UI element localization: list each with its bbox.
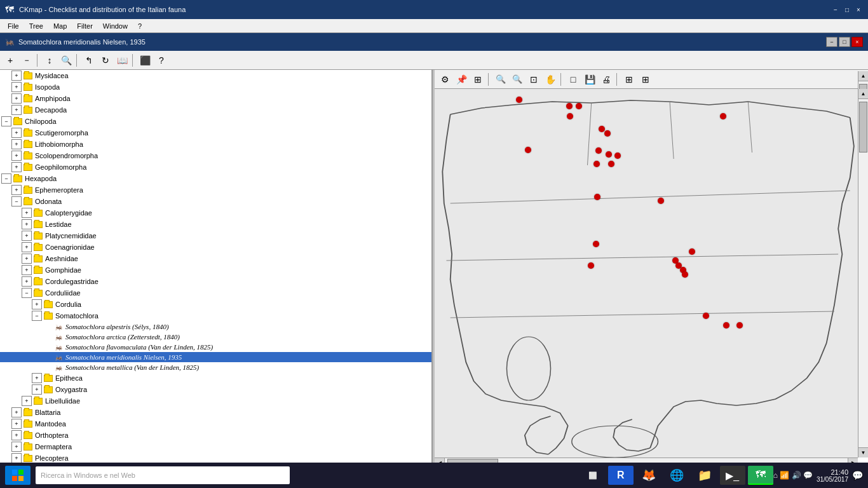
tree-item-lestidae[interactable]: +Lestidae <box>0 219 431 230</box>
taskbar-firefox-icon[interactable]: 🦊 <box>636 466 661 485</box>
map-scroll-up[interactable]: ▲ <box>858 89 868 99</box>
tree-item-dermaptera[interactable]: +Dermaptera <box>0 441 431 452</box>
sub-minimize-button[interactable]: − <box>826 37 837 47</box>
tree-item-isopoda[interactable]: +Isopoda <box>0 81 431 93</box>
tree-expand-mysidacea[interactable]: + <box>11 71 22 81</box>
map-zoomout-button[interactable]: 🔍 <box>510 72 525 86</box>
sub-close-button[interactable]: × <box>851 37 863 47</box>
refresh-button[interactable]: ↻ <box>98 53 113 67</box>
tree-item-coenagrionidae[interactable]: +Coenagrionidae <box>0 241 431 253</box>
tree-expand-blattaria[interactable]: + <box>11 407 22 417</box>
taskbar-task-view[interactable]: ⬜ <box>580 466 606 485</box>
map-table-button[interactable]: ⊞ <box>638 72 653 86</box>
taskbar-edge-icon[interactable]: 🌐 <box>664 466 689 485</box>
tree-item-cordulia[interactable]: +Cordulia <box>0 299 431 310</box>
tree-expand-dermaptera[interactable]: + <box>11 442 22 452</box>
map-select-button[interactable]: □ <box>566 72 581 86</box>
tree-item-epitheca[interactable]: +Epitheca <box>0 372 431 384</box>
tree-expand-orthoptera[interactable]: + <box>11 430 22 440</box>
tree-expand-corduliidae[interactable]: − <box>22 288 32 298</box>
tree-expand-isopoda[interactable]: + <box>11 82 22 92</box>
tree-expand-coenagrionidae[interactable]: + <box>22 242 32 252</box>
menu-filter[interactable]: Filter <box>72 21 97 31</box>
search-button[interactable]: 🔍 <box>58 53 74 67</box>
tree-item-cordulegastridae[interactable]: +Cordulegastridae <box>0 276 431 287</box>
tree-expand-odonata[interactable]: − <box>11 196 22 207</box>
map-cursor-button[interactable]: ⚙ <box>437 72 452 86</box>
map-layer-button[interactable]: ⊞ <box>621 72 637 86</box>
remove-button[interactable]: − <box>19 53 34 67</box>
map-vscroll-thumb[interactable] <box>859 102 867 152</box>
tree-item-corduliidae[interactable]: −Corduliidae <box>0 287 431 299</box>
tree-item-odonata[interactable]: −Odonata <box>0 196 431 207</box>
tree-expand-gomphidae[interactable]: + <box>22 265 32 275</box>
tree-expand-calopterygidae[interactable]: + <box>22 208 32 218</box>
tree-expand-hexapoda[interactable]: − <box>1 173 11 184</box>
tree-expand-scolopendromorpha[interactable]: + <box>11 151 22 161</box>
map-pin-button[interactable]: 📌 <box>454 72 469 86</box>
map-grid-button[interactable]: ⊞ <box>470 72 485 86</box>
tree-item-s_metallica[interactable]: 🦗Somatochlora metallica (Van der Linden,… <box>0 362 431 372</box>
tree-item-hexapoda[interactable]: −Hexapoda <box>0 173 431 184</box>
tree-item-blattaria[interactable]: +Blattaria <box>0 407 431 418</box>
tree-expand-epitheca[interactable]: + <box>32 373 42 383</box>
tree-expand-scutigeromorpha[interactable]: + <box>11 128 22 138</box>
taskbar-r-icon[interactable]: R <box>608 466 634 485</box>
taskbar-clock[interactable]: 21:40 31/05/2017 <box>817 468 848 483</box>
taskbar-explorer-icon[interactable]: 📁 <box>692 466 717 485</box>
map-vscrollbar[interactable]: ▲ ▼ <box>858 89 868 458</box>
tree-item-ephemeroptera[interactable]: +Ephemeroptera <box>0 184 431 196</box>
menu-help[interactable]: ? <box>133 21 147 31</box>
tree-expand-plecoptera[interactable]: + <box>11 453 22 463</box>
tree-item-mantodea[interactable]: +Mantodea <box>0 418 431 430</box>
taskbar-search[interactable]: Ricerca in Windows e nel Web <box>36 466 290 484</box>
add-button[interactable]: + <box>3 53 18 67</box>
select-button[interactable]: ⬛ <box>137 53 153 67</box>
map-zoomfit-button[interactable]: ⊡ <box>526 72 541 86</box>
tree-item-geophilomorpha[interactable]: +Geophilomorpha <box>0 161 431 173</box>
sort-button[interactable]: ↕ <box>42 53 57 67</box>
action-center-icon[interactable]: 💬 <box>852 470 863 480</box>
map-scroll-down[interactable]: ▼ <box>858 447 868 458</box>
tree-item-s_meridionalis[interactable]: 🦗Somatochlora meridionalis Nielsen, 1935 <box>0 352 431 362</box>
map-zoomin-button[interactable]: 🔍 <box>493 72 508 86</box>
tree-item-aeshnidae[interactable]: +Aeshnidae <box>0 253 431 264</box>
tree-item-s_alpestris[interactable]: 🦗Somatochlora alpestris (Sélys, 1840) <box>0 322 431 332</box>
tree-item-somatochlora[interactable]: −Somatochlora <box>0 310 431 322</box>
tree-expand-mantodea[interactable]: + <box>11 419 22 429</box>
taskbar-terminal-icon[interactable]: ▶_ <box>720 466 745 485</box>
minimize-button[interactable]: − <box>831 5 840 14</box>
tree-item-scutigeromorpha[interactable]: +Scutigeromorpha <box>0 127 431 139</box>
back-button[interactable]: ↰ <box>81 53 97 67</box>
tree-item-scolopendromorpha[interactable]: +Scolopendromorpha <box>0 150 431 161</box>
tree-expand-somatochlora[interactable]: − <box>32 311 42 321</box>
tree-item-chilopoda[interactable]: −Chilopoda <box>0 116 431 127</box>
map-save-button[interactable]: 💾 <box>582 72 597 86</box>
map-pan-button[interactable]: ✋ <box>543 72 558 86</box>
tree-expand-geophilomorpha[interactable]: + <box>11 162 22 172</box>
tree-item-gomphidae[interactable]: +Gomphidae <box>0 264 431 276</box>
start-button[interactable] <box>5 466 31 485</box>
menu-map[interactable]: Map <box>48 21 72 31</box>
tree-expand-lithobiomorpha[interactable]: + <box>11 139 22 149</box>
tree-expand-amphipoda[interactable]: + <box>11 93 22 104</box>
map-area[interactable]: ▲ ▼ ◀ ▶ <box>435 89 868 468</box>
close-button[interactable]: × <box>854 5 863 14</box>
tree-item-mysidacea[interactable]: +Mysidacea <box>0 70 431 81</box>
tree-item-lithobiomorpha[interactable]: +Lithobiomorpha <box>0 139 431 150</box>
menu-file[interactable]: File <box>3 21 24 31</box>
map-print-button[interactable]: 🖨 <box>599 72 614 86</box>
menu-window[interactable]: Window <box>98 21 133 31</box>
tree-item-s_flavomaculata[interactable]: 🦗Somatochlora flavomaculata (Van der Lin… <box>0 342 431 352</box>
tree-item-s_arctica[interactable]: 🦗Somatochlora arctica (Zetterstedt, 1840… <box>0 332 431 342</box>
sub-maximize-button[interactable]: □ <box>839 37 850 47</box>
tree-expand-oxygastra[interactable]: + <box>32 384 42 395</box>
tree-expand-lestidae[interactable]: + <box>22 219 32 229</box>
tree-item-oxygastra[interactable]: +Oxygastra <box>0 384 431 395</box>
tree-item-platycnemididae[interactable]: +Platycnemididae <box>0 230 431 241</box>
tree-expand-chilopoda[interactable]: − <box>1 116 11 126</box>
taskbar-ckmap-icon[interactable]: 🗺 <box>748 466 773 485</box>
book-button[interactable]: 📖 <box>114 53 130 67</box>
tree-expand-ephemeroptera[interactable]: + <box>11 185 22 195</box>
help-button[interactable]: ? <box>154 53 169 67</box>
